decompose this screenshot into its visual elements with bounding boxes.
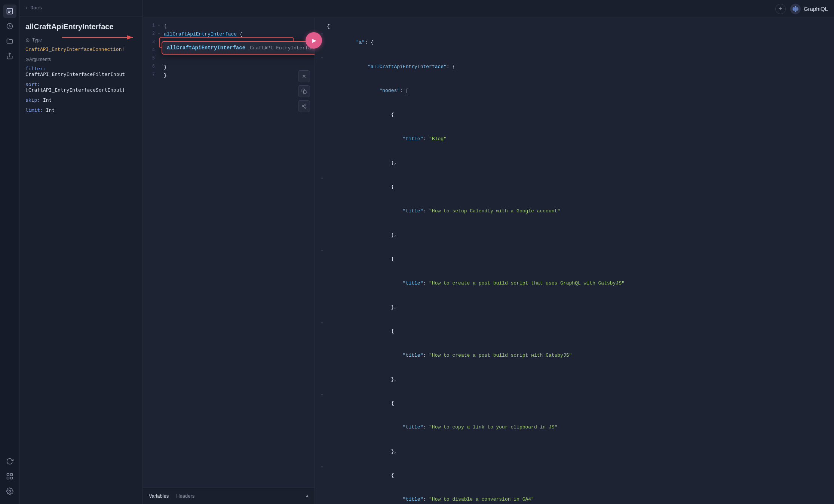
result-line-14: ▾ { — [315, 319, 834, 343]
r-arrow-10 — [321, 223, 325, 224]
result-line-15: "title": "How to create a post build scr… — [315, 343, 834, 367]
main-area: + GraphiQL ▶ — [143, 0, 834, 504]
r-content-7: }, — [327, 151, 828, 175]
r-arrow-15 — [321, 343, 325, 344]
line-num-5: 5 — [146, 55, 155, 61]
skip-arg-name[interactable]: skip: — [25, 97, 40, 103]
play-icon: ▶ — [312, 36, 316, 44]
r-arrow-20: ▾ — [321, 464, 325, 469]
query-editor[interactable]: ▶ 1 ▾ { 2 ▾ allCraftApiEntryInterface { — [143, 18, 315, 504]
skip-arg-type[interactable]: Int — [43, 97, 52, 103]
args-label: Arguments — [29, 57, 51, 62]
r-arrow-2: ▾ — [321, 31, 325, 36]
r-arrow-18 — [321, 415, 325, 417]
r-content-14: { — [327, 319, 828, 343]
result-line-3: ▾ "allCraftApiEntryInterface": { — [315, 55, 834, 79]
headers-tab[interactable]: Headers — [176, 493, 194, 499]
filter-arg-name[interactable]: filter: — [25, 66, 46, 71]
svg-point-19 — [302, 105, 304, 107]
code-line-7: 7 } — [143, 72, 315, 80]
variables-tab[interactable]: Variables — [149, 493, 169, 499]
result-line-4: "nodes": [ — [315, 79, 834, 103]
play-button[interactable]: ▶ — [306, 32, 322, 49]
result-line-11: ▾ { — [315, 247, 834, 271]
line-arrow-6 — [158, 64, 162, 64]
sidebar-icon-history[interactable] — [3, 19, 16, 33]
sidebar-icon-file[interactable] — [3, 4, 16, 18]
svg-point-10 — [9, 491, 10, 492]
copy-action-btn[interactable] — [298, 85, 310, 97]
r-arrow-5 — [321, 103, 325, 104]
vars-tabs: Variables Headers — [149, 493, 194, 499]
svg-rect-9 — [10, 477, 12, 479]
r-content-13: }, — [327, 295, 828, 319]
new-tab-button[interactable]: + — [775, 4, 786, 14]
r-arrow-12 — [321, 271, 325, 272]
r-arrow-19 — [321, 439, 325, 440]
webhook-action-btn[interactable] — [298, 100, 310, 112]
svg-point-18 — [305, 104, 306, 105]
sort-arg-type[interactable]: [CraftAPI_EntryInterfaceSortInput] — [25, 87, 125, 93]
code-line-5: 5 — [143, 55, 315, 64]
sidebar-icon-refresh[interactable] — [3, 455, 16, 468]
svg-rect-8 — [7, 477, 9, 479]
result-line-12: "title": "How to create a post build scr… — [315, 271, 834, 295]
result-line-7: }, — [315, 151, 834, 175]
limit-arg-name[interactable]: limit: — [25, 107, 43, 113]
r-arrow-7 — [321, 151, 325, 152]
r-content-6: "title": "Blog" — [327, 127, 828, 151]
line-num-7: 7 — [146, 72, 155, 77]
line-arrow-2: ▾ — [158, 31, 162, 36]
result-line-19: }, — [315, 439, 834, 463]
sidebar-icon-share[interactable] — [3, 49, 16, 63]
r-content-3: "allCraftApiEntryInterface": { — [327, 55, 828, 79]
type-icon: ⊙ — [25, 37, 30, 43]
query-editor-content[interactable]: 1 ▾ { 2 ▾ allCraftApiEntryInterface { 3 — [143, 18, 315, 488]
r-arrow-17: ▾ — [321, 391, 325, 397]
r-content-19: }, — [327, 439, 828, 463]
result-line-5: { — [315, 103, 834, 127]
close-action-btn[interactable] — [298, 70, 310, 82]
top-bar: + GraphiQL — [143, 0, 834, 18]
r-content-21: "title": "How to disable a conversion in… — [327, 488, 828, 504]
docs-title: allCraftApiEntryInterface — [19, 16, 142, 34]
r-content-15: "title": "How to create a post build scr… — [327, 343, 828, 367]
result-line-2: ▾ "a": { — [315, 31, 834, 55]
args-icon: ⊙ — [25, 57, 29, 62]
autocomplete-dropdown[interactable]: allCraftApiEntryInterface CraftAPI_Entry… — [162, 41, 315, 55]
code-line-6: 6 } — [143, 64, 315, 72]
limit-arg-type[interactable]: Int — [46, 107, 55, 113]
r-arrow-11: ▾ — [321, 247, 325, 253]
sort-arg-name[interactable]: sort: — [25, 82, 40, 87]
line-content-6: } — [164, 64, 312, 71]
graphiql-title: GraphiQL — [804, 6, 828, 12]
line-num-4: 4 — [146, 47, 155, 53]
field-token-2[interactable]: allCraftApiEntryInterface — [164, 31, 237, 37]
r-content-12: "title": "How to create a post build scr… — [327, 271, 828, 295]
docs-type-value[interactable]: CraftAPI_EntryInterfaceConnection! — [25, 45, 137, 57]
r-arrow-3: ▾ — [321, 55, 325, 60]
r-content-20: { — [327, 464, 828, 488]
sidebar-icon-settings[interactable] — [3, 485, 16, 498]
docs-header[interactable]: ‹ Docs — [19, 0, 142, 16]
vars-chevron[interactable]: ▲ — [306, 494, 309, 499]
filter-arg-type[interactable]: CraftAPI_EntryInterfaceFilterInput — [25, 71, 125, 77]
editor-actions — [298, 70, 310, 112]
line-arrow-1: ▾ — [158, 22, 162, 28]
r-content-1: { — [327, 22, 828, 30]
back-label[interactable]: Docs — [30, 5, 42, 11]
result-line-21: "title": "How to disable a conversion in… — [315, 488, 834, 504]
sidebar-icon-folder[interactable] — [3, 34, 16, 48]
result-panel: { ▾ "a": { ▾ "allCraftApiEntryInterface"… — [315, 18, 834, 504]
brace-token-2: { — [240, 31, 243, 37]
docs-type-row: ⊙ Type — [25, 37, 137, 43]
autocomplete-type: CraftAPI_EntryInterfaceConne... — [250, 45, 315, 51]
line-num-2: 2 — [146, 31, 155, 36]
line-content-1: { — [164, 22, 312, 30]
sidebar-icon-shortcut[interactable] — [3, 470, 16, 483]
r-content-16: }, — [327, 367, 828, 391]
line-arrow-3 — [158, 39, 162, 40]
graphiql-logo: GraphiQL — [790, 4, 828, 14]
line-num-3: 3 — [146, 39, 155, 44]
code-line-1: 1 ▾ { — [143, 22, 315, 31]
